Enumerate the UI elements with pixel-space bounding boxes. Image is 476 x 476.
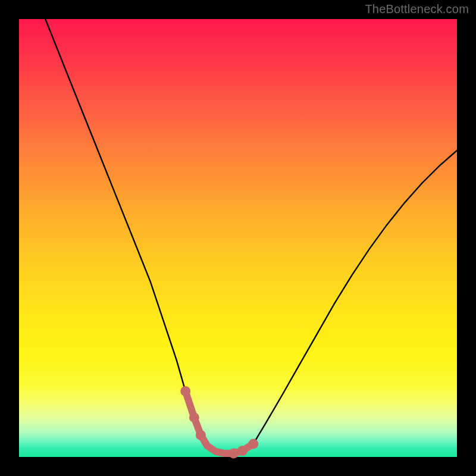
bottleneck-curve	[45, 19, 457, 453]
highlight-dot	[180, 386, 190, 396]
highlight-dot	[237, 446, 248, 456]
chart-svg	[19, 19, 457, 457]
highlight-dot	[196, 430, 206, 440]
highlight-dot	[248, 439, 258, 449]
curve-layer	[45, 19, 457, 459]
highlight-dot	[228, 449, 239, 459]
chart-frame: TheBottleneck.com	[0, 0, 476, 476]
watermark-text: TheBottleneck.com	[365, 2, 469, 16]
highlight-dot	[189, 412, 199, 422]
